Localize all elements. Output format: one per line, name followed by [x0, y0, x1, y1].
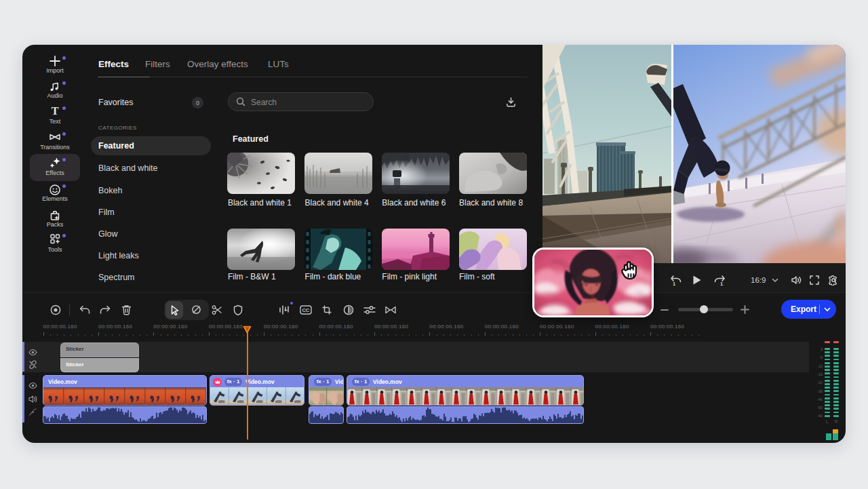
svg-text:1: 1	[720, 281, 723, 286]
svg-text:CC: CC	[302, 307, 309, 313]
svg-text:T: T	[52, 105, 59, 117]
svg-text:1: 1	[673, 281, 675, 286]
